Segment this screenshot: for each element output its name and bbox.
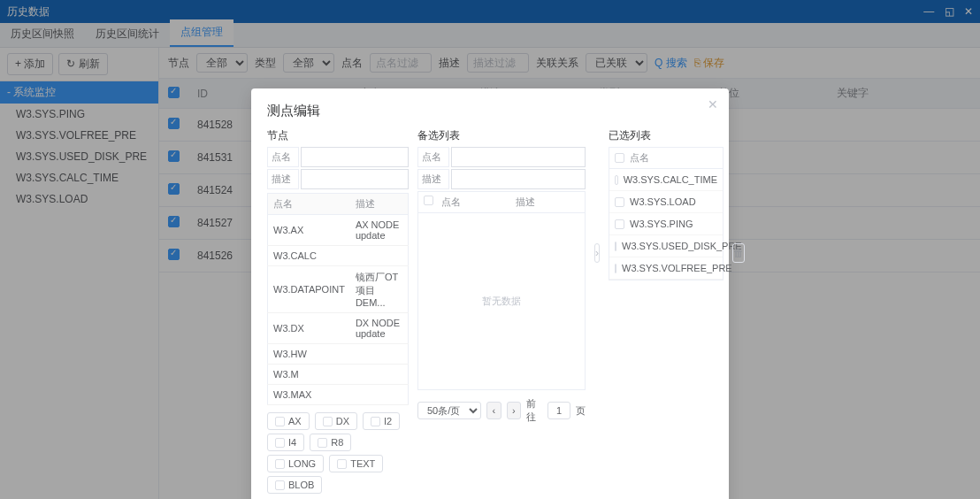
move-right-icon[interactable]: › <box>594 243 600 263</box>
node-row[interactable]: W3.DATAPOINT镜西厂OT项目DEM... <box>268 266 409 313</box>
cand-desc-input[interactable] <box>451 169 586 189</box>
cand-prev[interactable]: ‹ <box>486 402 501 419</box>
type-check[interactable]: DX <box>315 412 357 430</box>
node-name-input[interactable] <box>301 147 409 167</box>
type-check[interactable]: AX <box>267 412 310 430</box>
cand-pagesize[interactable]: 50条/页 <box>417 402 481 419</box>
dialog-close-icon[interactable]: ✕ <box>708 97 718 111</box>
pd-label: 描述 <box>267 169 299 189</box>
candidate-empty: 暂无数据 <box>417 213 586 390</box>
selected-item[interactable]: W3.SYS.PING <box>609 213 723 235</box>
pn-label: 点名 <box>267 147 299 167</box>
node-row[interactable]: W3.MAX <box>268 385 409 405</box>
type-check[interactable]: I2 <box>363 412 400 430</box>
type-check[interactable]: LONG <box>267 455 324 472</box>
selected-item[interactable]: W3.SYS.VOLFREE_PRE <box>609 257 723 280</box>
node-desc-input[interactable] <box>301 169 409 189</box>
cand-name-input[interactable] <box>451 147 586 167</box>
cand-pd-label: 描述 <box>417 169 449 189</box>
selected-item[interactable]: W3.SYS.CALC_TIME <box>609 169 723 191</box>
type-check[interactable]: BLOB <box>267 476 322 494</box>
trash-icon[interactable]: 🗑 <box>732 243 745 263</box>
dialog-title: 测点编辑 <box>267 103 713 119</box>
selected-item[interactable]: W3.SYS.LOAD <box>609 191 723 213</box>
node-th-desc: 描述 <box>350 194 409 215</box>
type-check[interactable]: R8 <box>310 434 351 451</box>
type-check[interactable]: I4 <box>267 434 304 451</box>
candidate-pager: 50条/页 ‹ › 前往 页 <box>417 397 586 424</box>
node-th-name: 点名 <box>268 194 350 215</box>
node-row[interactable]: W3.HW <box>268 344 409 365</box>
node-section-title: 节点 <box>267 128 409 143</box>
cand-goto-input[interactable] <box>547 402 570 419</box>
selected-section-title: 已选列表 <box>609 128 724 143</box>
node-row[interactable]: W3.DXDX NODE update <box>268 313 409 344</box>
node-table: 点名描述 W3.AXAX NODE updateW3.CALCW3.DATAPO… <box>267 193 409 405</box>
cand-next[interactable]: › <box>507 402 522 419</box>
dialog: ✕ 测点编辑 节点 点名 描述 点名描述 W3.AXAX NODE update… <box>251 88 729 499</box>
modal-mask: ✕ 测点编辑 节点 点名 描述 点名描述 W3.AXAX NODE update… <box>0 0 980 499</box>
node-row[interactable]: W3.CALC <box>268 246 409 266</box>
type-check[interactable]: TEXT <box>329 455 383 472</box>
candidate-header: 点名 描述 <box>417 191 586 213</box>
selected-list: 点名 W3.SYS.CALC_TIMEW3.SYS.LOADW3.SYS.PIN… <box>609 147 724 280</box>
candidate-section-title: 备选列表 <box>417 128 586 143</box>
selected-item[interactable]: W3.SYS.USED_DISK_PRE <box>609 235 723 257</box>
node-row[interactable]: W3.AXAX NODE update <box>268 215 409 246</box>
cand-pn-label: 点名 <box>417 147 449 167</box>
node-row[interactable]: W3.M <box>268 365 409 385</box>
